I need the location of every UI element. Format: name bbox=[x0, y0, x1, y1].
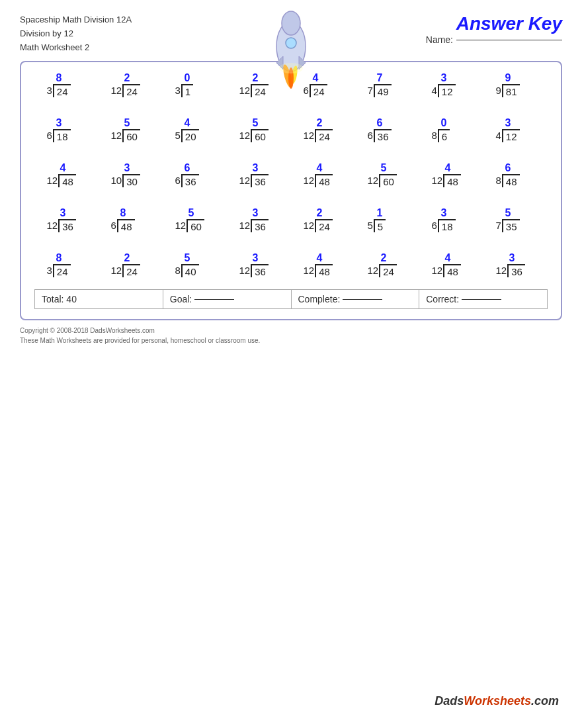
dividend-wrapper-0-6: 12 bbox=[438, 84, 456, 97]
problem-2-3: 31236 bbox=[239, 162, 279, 187]
dividend-wrapper-2-1: 30 bbox=[122, 174, 140, 187]
problem-1-1: 51260 bbox=[111, 117, 151, 142]
dividend-wrapper-2-7: 48 bbox=[502, 174, 520, 187]
division-body-4-1: 1224 bbox=[111, 264, 140, 277]
answer-2-3: 3 bbox=[253, 162, 259, 174]
dividend-0-3: 24 bbox=[255, 86, 266, 97]
dividend-4-3: 36 bbox=[255, 266, 266, 277]
dividend-1-4: 24 bbox=[319, 131, 330, 142]
dividend-3-4: 24 bbox=[319, 221, 330, 232]
dividend-wrapper-1-3: 60 bbox=[251, 129, 269, 142]
answer-2-1: 3 bbox=[124, 162, 130, 174]
dividend-3-0: 36 bbox=[62, 221, 73, 232]
division-body-2-7: 848 bbox=[496, 174, 520, 187]
answer-3-6: 3 bbox=[441, 207, 447, 219]
answer-4-0: 8 bbox=[56, 252, 62, 264]
divisor-3-4: 12 bbox=[304, 220, 315, 232]
dividend-wrapper-3-7: 35 bbox=[502, 219, 520, 232]
dividend-wrapper-2-3: 36 bbox=[251, 174, 269, 187]
brand-dads: Dads bbox=[435, 694, 464, 707]
answer-4-5: 2 bbox=[381, 252, 387, 264]
dividend-wrapper-1-5: 36 bbox=[374, 129, 392, 142]
dividend-0-7: 81 bbox=[506, 86, 517, 97]
problem-3-7: 5735 bbox=[496, 207, 536, 232]
division-body-2-2: 636 bbox=[175, 174, 199, 187]
dividend-wrapper-1-2: 20 bbox=[181, 129, 199, 142]
division-body-3-3: 1236 bbox=[239, 219, 269, 232]
division-body-2-1: 1030 bbox=[111, 174, 140, 187]
dividend-wrapper-3-1: 48 bbox=[117, 219, 135, 232]
dividend-wrapper-3-3: 36 bbox=[251, 219, 269, 232]
divisor-1-4: 12 bbox=[304, 130, 315, 142]
problem-1-2: 4520 bbox=[175, 117, 215, 142]
answer-3-7: 5 bbox=[505, 207, 511, 219]
divisor-0-4: 6 bbox=[304, 85, 309, 97]
division-body-3-1: 648 bbox=[111, 219, 135, 232]
divisor-1-7: 4 bbox=[496, 130, 501, 142]
divisor-3-0: 12 bbox=[47, 220, 58, 232]
brand: DadsWorksheets.com bbox=[435, 694, 559, 708]
answer-0-6: 3 bbox=[441, 72, 447, 84]
problem-0-5: 7749 bbox=[368, 72, 407, 97]
answer-4-7: 3 bbox=[509, 252, 515, 264]
svg-point-8 bbox=[279, 63, 303, 73]
problem-1-3: 51260 bbox=[239, 117, 279, 142]
dividend-4-7: 36 bbox=[511, 266, 522, 277]
answer-0-2: 0 bbox=[185, 72, 190, 84]
division-body-3-5: 55 bbox=[368, 219, 386, 232]
divisor-3-5: 5 bbox=[368, 220, 373, 232]
division-body-3-2: 1260 bbox=[175, 219, 204, 232]
divisor-1-5: 6 bbox=[368, 130, 373, 142]
divisor-1-6: 8 bbox=[432, 130, 437, 142]
division-body-0-3: 1224 bbox=[239, 84, 269, 97]
problem-3-4: 21224 bbox=[304, 207, 343, 232]
copyright: Copyright © 2008-2018 DadsWorksheets.com… bbox=[20, 326, 562, 345]
dividend-wrapper-2-2: 36 bbox=[181, 174, 199, 187]
dividend-wrapper-4-1: 24 bbox=[122, 264, 140, 277]
answer-1-2: 4 bbox=[185, 117, 190, 129]
division-body-3-7: 735 bbox=[496, 219, 520, 232]
dividend-wrapper-4-2: 40 bbox=[181, 264, 199, 277]
problem-0-6: 3412 bbox=[432, 72, 472, 97]
copyright-line2: These Math Worksheets are provided for p… bbox=[20, 336, 562, 345]
divisor-1-1: 12 bbox=[111, 130, 122, 142]
dividend-4-2: 40 bbox=[185, 266, 196, 277]
division-body-2-4: 1248 bbox=[304, 174, 333, 187]
problem-row-1: 3618512604520512602122466360863412 bbox=[34, 117, 548, 142]
answer-4-6: 4 bbox=[445, 252, 451, 264]
problem-row-3: 31236864851260312362122415536185735 bbox=[34, 207, 548, 232]
division-body-0-5: 749 bbox=[368, 84, 392, 97]
dividend-wrapper-2-0: 48 bbox=[58, 174, 76, 187]
answer-2-7: 6 bbox=[505, 162, 511, 174]
name-line: Name: bbox=[426, 34, 562, 45]
correct-blank[interactable] bbox=[462, 299, 501, 300]
division-body-3-0: 1236 bbox=[47, 219, 76, 232]
goal-blank[interactable] bbox=[194, 299, 234, 300]
division-body-2-6: 1248 bbox=[432, 174, 461, 187]
dividend-3-1: 48 bbox=[121, 221, 132, 232]
division-body-0-7: 981 bbox=[496, 84, 520, 97]
brand-worksheets: Worksheets bbox=[464, 694, 531, 707]
divisor-2-3: 12 bbox=[239, 175, 251, 187]
problem-row-2: 41248310306636312364124851260412486848 bbox=[34, 162, 548, 187]
dividend-wrapper-3-4: 24 bbox=[315, 219, 333, 232]
complete-blank[interactable] bbox=[343, 299, 382, 300]
dividend-1-5: 36 bbox=[378, 131, 389, 142]
division-body-3-4: 1224 bbox=[304, 219, 333, 232]
dividend-wrapper-1-0: 18 bbox=[53, 129, 71, 142]
problem-4-4: 41248 bbox=[304, 252, 343, 277]
svg-point-2 bbox=[286, 38, 296, 48]
answer-4-4: 4 bbox=[317, 252, 323, 264]
problem-3-0: 31236 bbox=[47, 207, 87, 232]
divisor-1-3: 12 bbox=[239, 130, 251, 142]
answer-1-3: 5 bbox=[253, 117, 259, 129]
division-body-3-6: 618 bbox=[432, 219, 456, 232]
problem-0-1: 21224 bbox=[111, 72, 151, 97]
dividend-1-6: 6 bbox=[442, 131, 447, 142]
answer-4-2: 5 bbox=[185, 252, 190, 264]
dividend-0-1: 24 bbox=[126, 86, 138, 97]
division-body-2-3: 1236 bbox=[239, 174, 269, 187]
answer-1-6: 0 bbox=[441, 117, 447, 129]
division-body-4-3: 1236 bbox=[239, 264, 269, 277]
division-body-1-7: 412 bbox=[496, 129, 520, 142]
